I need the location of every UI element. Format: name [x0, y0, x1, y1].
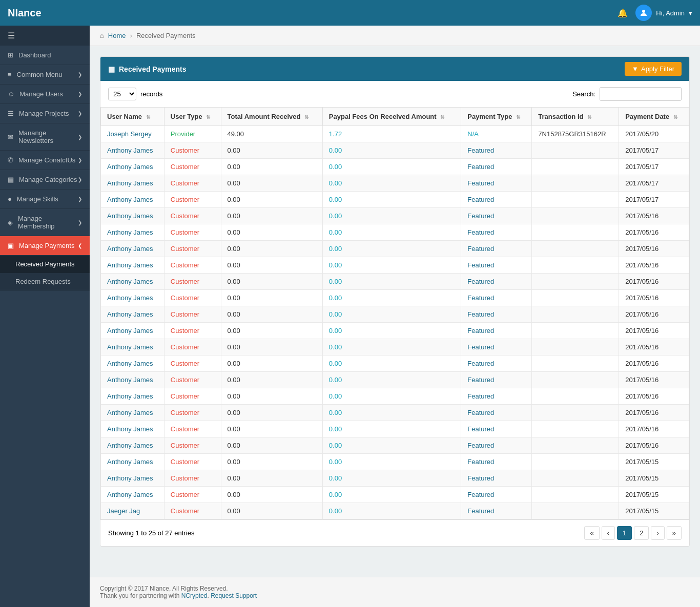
pagination-prev-button[interactable]: ‹ [602, 526, 615, 540]
cell-transaction-id [532, 470, 619, 487]
pagination-first-button[interactable]: « [584, 526, 599, 540]
cell-total-amount: 0.00 [221, 372, 322, 388]
table-row: Anthony James Customer 0.00 0.00 Feature… [101, 257, 689, 274]
sidebar-item-manage-conatctus[interactable]: ✆ Manage ConatctUs ❯ [0, 151, 90, 170]
cell-transaction-id [532, 372, 619, 388]
records-select[interactable]: 25 10 50 100 [108, 88, 136, 100]
cell-user-name[interactable]: Anthony James [101, 241, 164, 257]
cell-payment-type: Featured [461, 290, 532, 306]
navbar-right: 🔔 Hi, Admin ▾ [617, 5, 692, 21]
cell-user-name[interactable]: Anthony James [101, 355, 164, 372]
cell-user-name[interactable]: Anthony James [101, 454, 164, 470]
user-label: Hi, Admin [656, 9, 685, 17]
sidebar-item-manage-projects[interactable]: ☰ Manage Projects ❯ [0, 104, 90, 123]
user-menu[interactable]: Hi, Admin ▾ [635, 5, 692, 21]
pagination-last-button[interactable]: » [667, 526, 682, 540]
cell-payment-type: Featured [461, 339, 532, 355]
cell-user-name[interactable]: Anthony James [101, 339, 164, 355]
cell-user-name[interactable]: Anthony James [101, 405, 164, 421]
cell-payment-date: 2017/05/16 [619, 323, 689, 339]
cell-total-amount: 0.00 [221, 470, 322, 487]
breadcrumb-home-link[interactable]: Home [108, 32, 126, 39]
col-user-name[interactable]: User Name ⇅ [101, 108, 164, 126]
cell-payment-type: Featured [461, 388, 532, 405]
cell-user-name[interactable]: Anthony James [101, 306, 164, 323]
cell-user-type: Customer [164, 257, 221, 274]
notification-bell-icon[interactable]: 🔔 [617, 8, 628, 18]
cell-transaction-id [532, 355, 619, 372]
col-payment-type[interactable]: Payment Type ⇅ [461, 108, 532, 126]
pagination-page-1-button[interactable]: 1 [617, 526, 632, 540]
table-row: Anthony James Customer 0.00 0.00 Feature… [101, 142, 689, 159]
cell-user-name[interactable]: Anthony James [101, 388, 164, 405]
cell-paypal-fees: 0.00 [322, 306, 461, 323]
cell-total-amount: 0.00 [221, 175, 322, 192]
cell-user-name[interactable]: Anthony James [101, 323, 164, 339]
cell-payment-date: 2017/05/17 [619, 192, 689, 208]
sidebar-item-manage-payments[interactable]: ▣ Manage Payments ❮ [0, 236, 90, 256]
search-input[interactable] [600, 87, 682, 101]
cell-user-type: Customer [164, 405, 221, 421]
cell-user-name[interactable]: Anthony James [101, 224, 164, 241]
breadcrumb: ⌂ Home › Received Payments [90, 26, 700, 46]
col-transaction-id[interactable]: Transaction Id ⇅ [532, 108, 619, 126]
cell-user-name[interactable]: Anthony James [101, 421, 164, 437]
col-paypal-fees[interactable]: Paypal Fees On Received Amount ⇅ [322, 108, 461, 126]
sidebar-toggle-button[interactable]: ☰ [0, 26, 90, 46]
cell-user-name[interactable]: Anthony James [101, 290, 164, 306]
cell-paypal-fees: 0.00 [322, 159, 461, 175]
cell-user-name[interactable]: Anthony James [101, 372, 164, 388]
chevron-right-icon: ❯ [78, 72, 82, 77]
request-support-link[interactable]: Request Support [211, 592, 257, 599]
sidebar-item-dashboard[interactable]: ⊞ Dashboard [0, 46, 90, 65]
panel-header: ▦ Received Payments ▼ Apply Filter [100, 57, 689, 81]
cell-payment-type: Featured [461, 241, 532, 257]
cell-user-name[interactable]: Anthony James [101, 192, 164, 208]
cell-user-type: Customer [164, 224, 221, 241]
cell-payment-date: 2017/05/16 [619, 437, 689, 454]
cell-payment-type: Featured [461, 306, 532, 323]
cell-user-name[interactable]: Anthony James [101, 175, 164, 192]
col-total-amount[interactable]: Total Amount Received ⇅ [221, 108, 322, 126]
sidebar-item-manage-categories[interactable]: ▤ Manage Categories ❯ [0, 170, 90, 190]
chevron-right-icon: ❯ [78, 157, 82, 163]
sidebar-item-manage-skills[interactable]: ● Manage Skills ❯ [0, 190, 90, 209]
cell-total-amount: 0.00 [221, 355, 322, 372]
ncrypted-link[interactable]: NCrypted [181, 592, 208, 599]
cell-user-name[interactable]: Anthony James [101, 487, 164, 503]
pagination-next-button[interactable]: › [651, 526, 664, 540]
cell-paypal-fees: 0.00 [322, 175, 461, 192]
cell-user-name[interactable]: Anthony James [101, 437, 164, 454]
cell-total-amount: 0.00 [221, 388, 322, 405]
cell-user-name[interactable]: Joseph Sergey [101, 126, 164, 142]
sidebar-item-manage-membership[interactable]: ◈ Manage Membership ❯ [0, 209, 90, 236]
sidebar-item-manage-newsletters[interactable]: ✉ Manange Newsletters ❯ [0, 123, 90, 151]
sidebar-item-label: Manage Payments [19, 242, 74, 249]
cell-user-name[interactable]: Anthony James [101, 159, 164, 175]
cell-user-name[interactable]: Anthony James [101, 142, 164, 159]
sidebar-item-common-menu[interactable]: ≡ Common Menu ❯ [0, 65, 90, 85]
manage-projects-icon: ☰ [8, 110, 14, 117]
cell-total-amount: 0.00 [221, 241, 322, 257]
cell-user-name[interactable]: Anthony James [101, 257, 164, 274]
cell-transaction-id [532, 257, 619, 274]
chevron-right-icon: ❯ [78, 134, 82, 140]
cell-user-name[interactable]: Jaeger Jag [101, 503, 164, 519]
cell-user-name[interactable]: Anthony James [101, 470, 164, 487]
col-payment-date[interactable]: Payment Date ⇅ [619, 108, 689, 126]
apply-filter-button[interactable]: ▼ Apply Filter [625, 62, 682, 76]
sort-icon: ⇅ [516, 114, 520, 120]
sidebar-sub-item-redeem-requests[interactable]: Redeem Requests [0, 273, 90, 290]
sidebar-item-label: Manage Membership [18, 215, 78, 230]
pagination-page-2-button[interactable]: 2 [634, 526, 649, 540]
cell-payment-type: Featured [461, 224, 532, 241]
cell-transaction-id [532, 339, 619, 355]
filter-icon: ▼ [632, 65, 639, 73]
cell-user-name[interactable]: Anthony James [101, 274, 164, 290]
sidebar-sub-item-received-payments[interactable]: Received Payments [0, 256, 90, 273]
sidebar-item-manage-users[interactable]: ☺ Manage Users ❯ [0, 85, 90, 104]
cell-paypal-fees: 0.00 [322, 421, 461, 437]
col-user-type[interactable]: User Type ⇅ [164, 108, 221, 126]
cell-user-name[interactable]: Anthony James [101, 208, 164, 224]
chevron-right-icon: ❯ [78, 177, 82, 182]
